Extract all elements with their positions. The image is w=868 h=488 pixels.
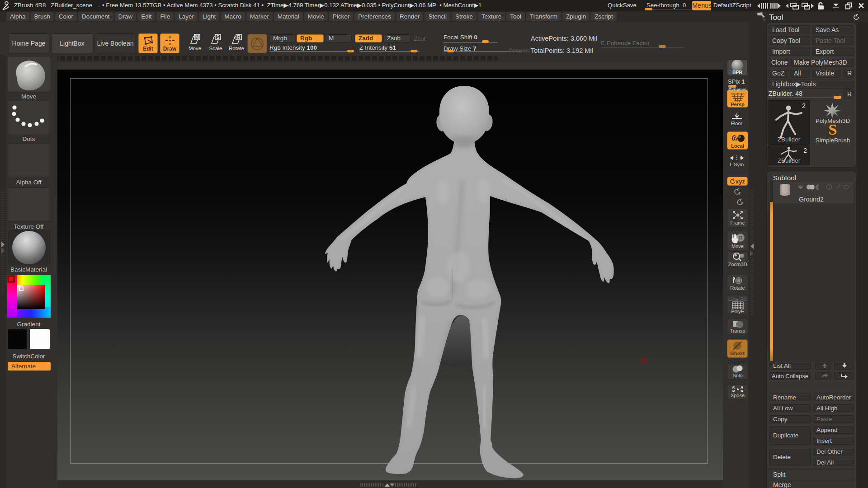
svg-text:R: R bbox=[237, 35, 241, 40]
svg-text:BPR: BPR bbox=[732, 70, 743, 75]
svg-text:2: 2 bbox=[803, 147, 807, 154]
svg-text:2: 2 bbox=[802, 102, 806, 109]
svg-text:Z: Z bbox=[741, 202, 744, 206]
svg-text:S: S bbox=[217, 35, 220, 40]
svg-text:Y: Y bbox=[738, 191, 741, 195]
svg-text:M: M bbox=[195, 35, 199, 40]
